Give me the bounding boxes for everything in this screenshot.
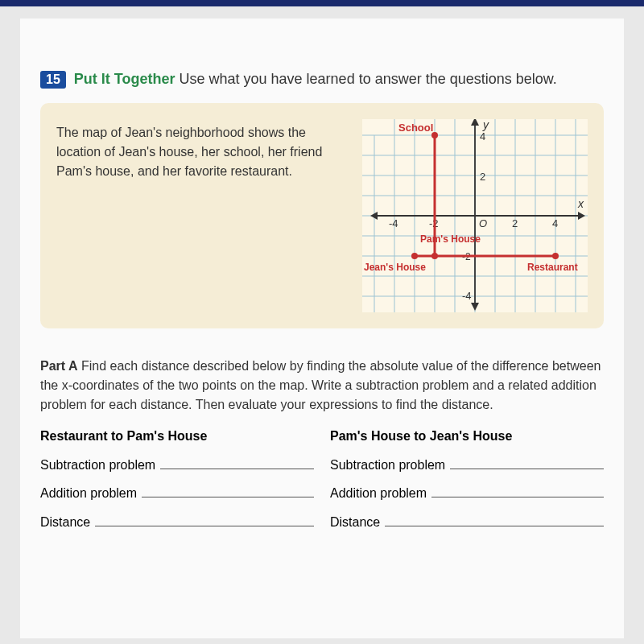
label-subtraction-right: Subtraction problem: [330, 458, 445, 473]
blank-distance-right[interactable]: [385, 512, 604, 526]
column-restaurant-pam: Restaurant to Pam's House Subtraction pr…: [40, 429, 314, 541]
arrow-right-icon: [578, 212, 585, 220]
point-jean-house: [411, 253, 418, 259]
tick-x-4: 4: [552, 217, 558, 229]
arrow-down-icon: [471, 303, 479, 311]
part-a-label: Part A: [40, 359, 78, 373]
label-jean: Jean's House: [364, 262, 426, 273]
blank-subtraction-right[interactable]: [450, 455, 604, 469]
x-axis-label: x: [577, 197, 584, 210]
row-right-subtraction: Subtraction problem: [330, 455, 604, 473]
label-restaurant: Restaurant: [527, 262, 578, 273]
label-pam: Pam's House: [420, 233, 481, 245]
problem-text: The map of Jean's neighborhood shows the…: [56, 119, 350, 312]
label-subtraction-left: Subtraction problem: [40, 458, 155, 473]
question-title: Put It Together: [74, 71, 175, 87]
tick-y-4: 4: [480, 130, 485, 142]
part-a-text: Find each distance described below by fi…: [40, 359, 601, 411]
label-school: School: [398, 122, 433, 134]
blank-addition-left[interactable]: [142, 484, 314, 498]
arrow-up-icon: [471, 119, 479, 126]
page-content: 15 Put It Together Use what you have lea…: [20, 19, 624, 638]
blank-subtraction-left[interactable]: [160, 455, 314, 469]
tick-y-neg4: -4: [462, 290, 472, 302]
tick-origin: O: [479, 217, 487, 229]
row-right-addition: Addition problem: [330, 484, 604, 502]
blank-addition-right[interactable]: [431, 484, 604, 498]
question-header: 15 Put It Together Use what you have lea…: [40, 71, 604, 89]
label-addition-left: Addition problem: [40, 486, 137, 501]
window-top-border: [0, 0, 644, 6]
coordinate-graph: y x -4 -2 O 2 4 4 2 -2 -4: [362, 119, 588, 312]
question-instruction: Use what you have learned to answer the …: [180, 71, 557, 87]
part-a-section: Part A Find each distance described belo…: [40, 357, 604, 415]
y-axis-label: y: [482, 119, 489, 131]
point-pam-house: [431, 253, 438, 259]
tick-x-neg4: -4: [389, 217, 398, 229]
problem-panel: The map of Jean's neighborhood shows the…: [40, 103, 604, 328]
question-number-badge: 15: [40, 71, 66, 89]
tick-y-2: 2: [480, 171, 485, 183]
col-head-left: Restaurant to Pam's House: [40, 429, 314, 444]
row-left-addition: Addition problem: [40, 484, 314, 502]
row-left-distance: Distance: [40, 512, 314, 530]
answer-columns: Restaurant to Pam's House Subtraction pr…: [40, 429, 604, 541]
row-left-subtraction: Subtraction problem: [40, 455, 314, 473]
blank-distance-left[interactable]: [95, 512, 314, 526]
label-distance-left: Distance: [40, 515, 90, 530]
label-addition-right: Addition problem: [330, 486, 427, 501]
tick-x-2: 2: [512, 217, 518, 229]
col-head-right: Pam's House to Jean's House: [330, 429, 604, 444]
point-restaurant: [552, 253, 559, 259]
column-pam-jean: Pam's House to Jean's House Subtraction …: [330, 429, 604, 541]
label-distance-right: Distance: [330, 515, 380, 530]
row-right-distance: Distance: [330, 512, 604, 530]
